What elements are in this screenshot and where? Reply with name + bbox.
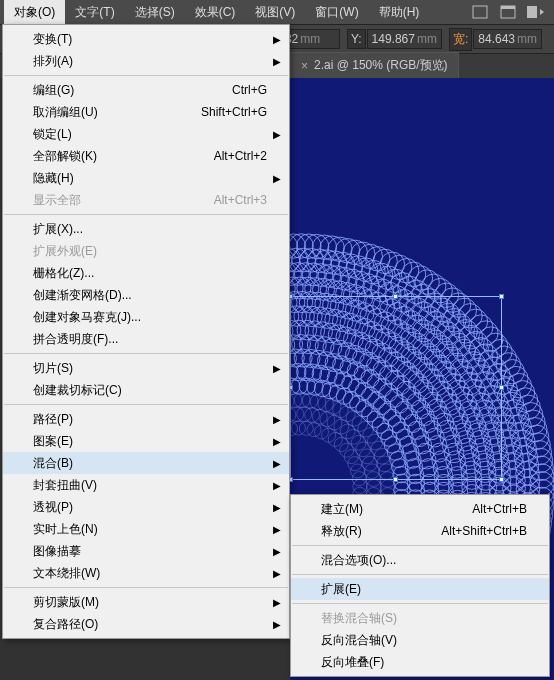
handle-right-mid[interactable] (499, 385, 504, 390)
menu-object[interactable]: 对象(O) (4, 0, 65, 25)
menu-item-label: 锁定(L) (33, 126, 72, 143)
menu-type[interactable]: 文字(T) (65, 0, 124, 25)
y-value[interactable]: 149.867mm (367, 29, 442, 49)
object-menu-item-3[interactable]: 编组(G)Ctrl+G (3, 79, 289, 101)
handle-bottom-right[interactable] (499, 477, 504, 482)
blend-submenu-item-3[interactable]: 混合选项(O)... (291, 549, 549, 571)
submenu-arrow-icon: ▶ (273, 34, 281, 45)
object-menu-item-4[interactable]: 取消编组(U)Shift+Ctrl+G (3, 101, 289, 123)
menu-item-label: 扩展(X)... (33, 221, 83, 238)
blend-submenu-item-8[interactable]: 反向混合轴(V) (291, 629, 549, 651)
menu-item-label: 透视(P) (33, 499, 73, 516)
selection-bounds (290, 296, 502, 480)
handle-bottom-mid[interactable] (393, 477, 398, 482)
blend-submenu-item-1[interactable]: 释放(R)Alt+Shift+Ctrl+B (291, 520, 549, 542)
svg-point-562 (421, 274, 445, 298)
blend-submenu-separator (292, 603, 548, 604)
object-menu-item-14[interactable]: 创建对象马赛克(J)... (3, 306, 289, 328)
document-tab[interactable]: × 2.ai @ 150% (RGB/预览) (290, 52, 459, 78)
toolbar-icon-3[interactable] (525, 3, 547, 21)
object-menu-separator (4, 75, 288, 76)
object-menu-item-20[interactable]: 路径(P)▶ (3, 408, 289, 430)
object-menu-item-7[interactable]: 隐藏(H)▶ (3, 167, 289, 189)
menu-shortcut: Alt+Shift+Ctrl+B (441, 524, 527, 538)
menu-view[interactable]: 视图(V) (245, 0, 305, 25)
object-menu-item-26[interactable]: 图像描摹▶ (3, 540, 289, 562)
svg-point-482 (290, 248, 308, 272)
menu-window[interactable]: 窗口(W) (305, 0, 368, 25)
menu-item-label: 路径(P) (33, 411, 73, 428)
toolbar-icon-2[interactable] (497, 3, 519, 21)
tab-title: 2.ai @ 150% (RGB/预览) (314, 57, 448, 74)
menubar: 对象(O) 文字(T) 选择(S) 效果(C) 视图(V) 窗口(W) 帮助(H… (0, 0, 554, 24)
object-menu-item-27[interactable]: 文本绕排(W)▶ (3, 562, 289, 584)
menu-effect[interactable]: 效果(C) (185, 0, 246, 25)
blend-submenu-item-0[interactable]: 建立(M)Alt+Ctrl+B (291, 498, 549, 520)
submenu-arrow-icon: ▶ (273, 436, 281, 447)
svg-rect-0 (473, 6, 487, 18)
menu-item-label: 建立(M) (321, 501, 363, 518)
menu-item-label: 排列(A) (33, 53, 73, 70)
menu-item-label: 创建渐变网格(D)... (33, 287, 132, 304)
object-menu-item-29[interactable]: 剪切蒙版(M)▶ (3, 591, 289, 613)
menu-item-label: 混合选项(O)... (321, 552, 396, 569)
handle-bottom-left[interactable] (290, 477, 293, 482)
object-menu-item-10[interactable]: 扩展(X)... (3, 218, 289, 240)
object-menu-separator (4, 214, 288, 215)
menu-help[interactable]: 帮助(H) (369, 0, 430, 25)
menu-item-label: 混合(B) (33, 455, 73, 472)
w-value[interactable]: 84.643mm (473, 29, 542, 49)
submenu-arrow-icon: ▶ (273, 414, 281, 425)
menu-item-label: 显示全部 (33, 192, 81, 209)
handle-top-mid[interactable] (393, 294, 398, 299)
blend-submenu-item-5[interactable]: 扩展(E) (291, 578, 549, 600)
object-menu-item-5[interactable]: 锁定(L)▶ (3, 123, 289, 145)
submenu-arrow-icon: ▶ (273, 619, 281, 630)
object-menu-item-21[interactable]: 图案(E)▶ (3, 430, 289, 452)
object-menu-item-15[interactable]: 拼合透明度(F)... (3, 328, 289, 350)
handle-top-left[interactable] (290, 294, 293, 299)
object-menu-separator (4, 353, 288, 354)
blend-submenu-separator (292, 545, 548, 546)
submenu-arrow-icon: ▶ (273, 173, 281, 184)
submenu-arrow-icon: ▶ (273, 129, 281, 140)
object-menu-item-24[interactable]: 透视(P)▶ (3, 496, 289, 518)
object-menu-item-11: 扩展外观(E) (3, 240, 289, 262)
submenu-arrow-icon: ▶ (273, 458, 281, 469)
menu-shortcut: Ctrl+G (232, 83, 267, 97)
object-menu-item-13[interactable]: 创建渐变网格(D)... (3, 284, 289, 306)
menu-item-label: 隐藏(H) (33, 170, 74, 187)
object-menu-item-6[interactable]: 全部解锁(K)Alt+Ctrl+2 (3, 145, 289, 167)
handle-top-right[interactable] (499, 294, 504, 299)
object-menu-item-23[interactable]: 封套扭曲(V)▶ (3, 474, 289, 496)
object-menu-item-17[interactable]: 切片(S)▶ (3, 357, 289, 379)
menu-item-label: 替换混合轴(S) (321, 610, 397, 627)
tab-close-icon[interactable]: × (301, 59, 308, 73)
object-menu-item-30[interactable]: 复合路径(O)▶ (3, 613, 289, 635)
blend-submenu-item-9[interactable]: 反向堆叠(F) (291, 651, 549, 673)
svg-point-38 (367, 480, 382, 495)
y-label: Y: (347, 29, 366, 49)
submenu-arrow-icon: ▶ (273, 363, 281, 374)
toolbar-icon-1[interactable] (469, 3, 491, 21)
menu-item-label: 反向堆叠(F) (321, 654, 384, 671)
object-menu-item-25[interactable]: 实时上色(N)▶ (3, 518, 289, 540)
object-menu-item-0[interactable]: 变换(T)▶ (3, 28, 289, 50)
svg-point-423 (290, 263, 301, 286)
object-menu-item-12[interactable]: 栅格化(Z)... (3, 262, 289, 284)
object-menu: 变换(T)▶排列(A)▶编组(G)Ctrl+G取消编组(U)Shift+Ctrl… (2, 24, 290, 639)
menu-item-label: 释放(R) (321, 523, 362, 540)
menu-item-label: 切片(S) (33, 360, 73, 377)
submenu-arrow-icon: ▶ (273, 56, 281, 67)
object-menu-item-1[interactable]: 排列(A)▶ (3, 50, 289, 72)
menu-select[interactable]: 选择(S) (125, 0, 185, 25)
submenu-arrow-icon: ▶ (273, 568, 281, 579)
menu-item-label: 变换(T) (33, 31, 72, 48)
menu-shortcut: Alt+Ctrl+B (472, 502, 527, 516)
menu-item-label: 封套扭曲(V) (33, 477, 97, 494)
menu-item-label: 取消编组(U) (33, 104, 98, 121)
object-menu-item-22[interactable]: 混合(B)▶ (3, 452, 289, 474)
object-menu-item-18[interactable]: 创建裁切标记(C) (3, 379, 289, 401)
submenu-arrow-icon: ▶ (273, 502, 281, 513)
handle-left-mid[interactable] (290, 385, 293, 390)
